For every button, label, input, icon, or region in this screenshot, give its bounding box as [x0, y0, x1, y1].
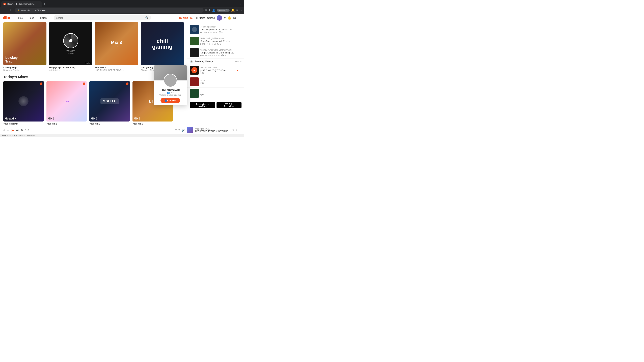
card-deejay-image: 2PROMILLEDJ LEXR·CISNE station: [49, 22, 92, 65]
nav-feed[interactable]: Feed: [27, 16, 36, 19]
history-comments-3: 💬 6: [200, 94, 204, 96]
history-track-info-3: ... 💬 6: [200, 91, 242, 96]
user-avatar[interactable]: [217, 15, 222, 21]
track-info-1: Jono Stephenson Jono Stephenson - Colour…: [200, 26, 242, 33]
minimize-button[interactable]: ─: [232, 2, 234, 5]
card-mix3-image: Mix 3 LTU: [95, 22, 138, 65]
sidebar-history-track-3[interactable]: ... 💬 6: [187, 88, 244, 99]
mail-icon[interactable]: ✉: [236, 9, 238, 12]
bell-icon[interactable]: 🔔: [231, 8, 234, 12]
app-store-button[interactable]: Download on theApp Store: [190, 102, 215, 108]
track-thumb-3: [190, 48, 199, 57]
card-deejay-gijs[interactable]: 2PROMILLEDJ LEXR·CISNE station Deejay-Gi…: [49, 22, 92, 71]
upload-link[interactable]: Upload: [207, 16, 215, 19]
new-tab-button[interactable]: +: [42, 1, 47, 7]
history-comments-2: 💬 6: [200, 82, 204, 84]
lowkey-trap-text: LowkeyTrap: [5, 56, 44, 63]
soundcloud-app: Home Feed Library 🔍 Try Next Pro For Art…: [0, 14, 244, 137]
track-stats-3: ▶ 84.3K ♥ 1,018 ↻ 14 💬 14: [200, 54, 242, 57]
play-overlay-1: ▶: [190, 66, 199, 75]
popup-avatar-circle: [164, 74, 177, 87]
like-player-button[interactable]: ♥: [232, 129, 234, 132]
likes-1: ♥ 88: [208, 31, 212, 33]
reload-button[interactable]: ↻: [10, 8, 13, 13]
like-icon-1[interactable]: ♥: [237, 69, 238, 71]
comments-1: 💬 4: [219, 31, 222, 33]
track-artist-1: Jono Stephenson: [200, 26, 242, 28]
card-mix3-subtitle: LIKE THAT UNDERGROUND ...: [95, 69, 138, 71]
next-button[interactable]: ⏭: [16, 129, 19, 132]
comments-3: 💬 14: [221, 54, 226, 57]
tab-close-button[interactable]: ✕: [38, 3, 40, 5]
shuffle-button[interactable]: ⇄: [3, 129, 5, 132]
history-thumb-3: [190, 89, 199, 98]
history-track-info-2: ROAD... 💬 6: [200, 79, 242, 84]
card-your-mix3[interactable]: Mix 3 LTU Your Mix 3 LIKE THAT UNDERGROU…: [95, 22, 138, 71]
history-title-1: [HARD YOUTH] TITHE AN...: [200, 69, 235, 71]
card-mix1[interactable]: Lover Mix 1 Your Mix 1 Taylor Swift, Ton…: [46, 81, 87, 126]
repeat-button[interactable]: ↻: [21, 129, 23, 132]
card-mix2[interactable]: SOLITA Mix 2 Your Mix 2 Lecrae & ...: [90, 81, 130, 126]
for-artists-link[interactable]: For Artists: [195, 16, 205, 19]
sidebar-history-track-2[interactable]: ROAD... 💬 6: [187, 76, 244, 88]
track-artist-3: © 2020 Purge Gang Entertainment: [200, 49, 242, 51]
history-stats-2: 💬 6: [200, 82, 242, 84]
search-input[interactable]: [56, 16, 144, 19]
back-button[interactable]: ‹: [2, 8, 4, 13]
prev-button[interactable]: ⏮: [7, 129, 10, 132]
card-megamix[interactable]: MegaMix Your MegaMix Sweet & Sour, Karol…: [3, 81, 44, 126]
soundcloud-logo[interactable]: [3, 15, 10, 20]
card-chill-gaming[interactable]: chillgaming chill gaming Discovery Playl…: [141, 22, 184, 71]
forward-button[interactable]: ›: [6, 8, 8, 13]
active-tab[interactable]: ▶ Discover the top streamed mus... ✕: [1, 1, 42, 7]
status-url: https://soundcloud.com/user-634404247: [2, 135, 35, 137]
try-next-pro-link[interactable]: Try Next Pro: [179, 16, 192, 19]
track-title-1: Jono Stephenson - Colours in Th...: [200, 28, 242, 31]
history-thumb-1: ▶: [190, 66, 199, 75]
notifications-icon[interactable]: 🔔: [228, 16, 231, 20]
progress-bar-section: 0:17 36:27: [25, 129, 180, 131]
volume-icon[interactable]: 🔊: [182, 129, 185, 132]
nav-home[interactable]: Home: [15, 16, 24, 19]
popup-follow-section: 👤+ Follow: [154, 98, 187, 103]
messages-icon[interactable]: ✉: [233, 16, 236, 20]
sidebar-track-1[interactable]: Jono Stephenson Jono Stephenson - Colour…: [187, 24, 244, 35]
follow-button[interactable]: 👤+ Follow: [160, 98, 180, 103]
play-button-1[interactable]: ▶: [191, 67, 198, 73]
close-window-button[interactable]: ✕: [239, 2, 242, 6]
profile-icon[interactable]: 👤: [212, 9, 215, 12]
history-artist-2: ROAD...: [200, 79, 242, 82]
more-icon-1[interactable]: ⋯: [239, 69, 242, 71]
lock-icon: 🔒: [17, 9, 20, 11]
more-options-icon[interactable]: ⋯: [238, 16, 241, 20]
sidebar-track-2[interactable]: Biotechnologia / Densiflora Densiflora p…: [187, 35, 244, 47]
discovery-cards-section: LowkeyTrap Lowkey Trap Discovery Playlis…: [3, 22, 184, 71]
card-lowkey-trap[interactable]: LowkeyTrap Lowkey Trap Discovery Playlis…: [3, 22, 46, 71]
bookmark-icon[interactable]: ☆: [199, 9, 201, 11]
popup-location: Welling, United Kingdom: [154, 94, 187, 96]
sidebar-track-3[interactable]: © 2020 Purge Gang Entertainment King K G…: [187, 47, 244, 58]
download-icon[interactable]: ⬇: [208, 9, 211, 12]
playlist-button[interactable]: ≡: [236, 129, 237, 132]
megamix-image: MegaMix: [3, 81, 44, 121]
clock-icon: 🕐: [190, 60, 193, 63]
reposts-3: ↻ 14: [216, 54, 220, 57]
player-right-section: 🔊 PRZFM109.2 Asia [HARD TRUTH] TITHE AND…: [182, 127, 242, 133]
mix1-title: Your Mix 1: [46, 122, 87, 125]
followers-count: 306: [170, 91, 174, 94]
google-play-button[interactable]: GET IT ONGoogle Play: [216, 102, 242, 108]
more-icon[interactable]: ⋯: [240, 9, 242, 12]
progress-track[interactable]: [30, 130, 174, 130]
nav-library[interactable]: Library: [39, 16, 49, 19]
play-pause-button[interactable]: ▶: [12, 128, 14, 132]
megamix-label: MegaMix: [5, 117, 16, 120]
sidebar-history-track-1[interactable]: ▶ PRZFM109.2 Asia [HARD YOUTH] TITHE AN.…: [187, 64, 244, 76]
search-bar[interactable]: 🔍: [54, 15, 151, 20]
chevron-down-icon[interactable]: ▾: [224, 16, 226, 20]
popup-artist-name: PRZFM109.2 Asia: [154, 88, 187, 91]
more-player-button[interactable]: ⋯: [239, 129, 242, 132]
extensions-icon[interactable]: ⊞: [205, 9, 207, 12]
maximize-button[interactable]: □: [236, 2, 237, 5]
address-bar[interactable]: 🔒 soundcloud.com/discover ☆: [14, 8, 204, 12]
view-all-link[interactable]: View all: [234, 60, 242, 63]
